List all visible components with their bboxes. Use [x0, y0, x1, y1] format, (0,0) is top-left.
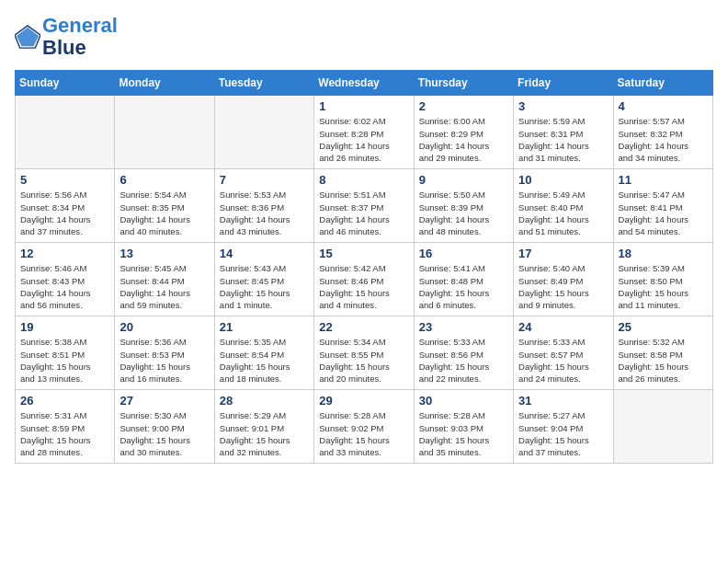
calendar-cell: 9Sunrise: 5:50 AM Sunset: 8:39 PM Daylig… — [414, 169, 513, 243]
day-info: Sunrise: 5:57 AM Sunset: 8:32 PM Dayligh… — [619, 115, 708, 164]
day-number: 19 — [20, 320, 109, 334]
calendar-cell: 8Sunrise: 5:51 AM Sunset: 8:37 PM Daylig… — [314, 169, 414, 243]
day-info: Sunrise: 5:29 AM Sunset: 9:01 PM Dayligh… — [220, 409, 309, 458]
day-number: 8 — [319, 173, 408, 187]
calendar-cell: 13Sunrise: 5:45 AM Sunset: 8:44 PM Dayli… — [115, 243, 214, 316]
calendar-cell — [214, 96, 313, 169]
day-info: Sunrise: 5:40 AM Sunset: 8:49 PM Dayligh… — [518, 262, 608, 311]
day-info: Sunrise: 5:42 AM Sunset: 8:46 PM Dayligh… — [319, 262, 408, 311]
day-info: Sunrise: 5:27 AM Sunset: 9:04 PM Dayligh… — [518, 409, 608, 458]
svg-marker-0 — [17, 28, 39, 47]
calendar-week-4: 19Sunrise: 5:38 AM Sunset: 8:51 PM Dayli… — [16, 316, 713, 390]
calendar-cell: 18Sunrise: 5:39 AM Sunset: 8:50 PM Dayli… — [613, 243, 712, 316]
day-number: 12 — [20, 247, 109, 260]
day-info: Sunrise: 5:47 AM Sunset: 8:41 PM Dayligh… — [619, 189, 708, 237]
day-number: 26 — [20, 394, 109, 408]
day-info: Sunrise: 5:30 AM Sunset: 9:00 PM Dayligh… — [119, 409, 209, 458]
day-info: Sunrise: 5:53 AM Sunset: 8:36 PM Dayligh… — [220, 189, 309, 237]
day-number: 22 — [319, 320, 408, 334]
day-number: 15 — [319, 247, 408, 260]
day-info: Sunrise: 5:54 AM Sunset: 8:35 PM Dayligh… — [119, 189, 209, 237]
day-number: 9 — [419, 173, 508, 187]
calendar-cell: 16Sunrise: 5:41 AM Sunset: 8:48 PM Dayli… — [414, 243, 513, 316]
calendar-cell: 28Sunrise: 5:29 AM Sunset: 9:01 PM Dayli… — [214, 390, 313, 464]
day-info: Sunrise: 5:33 AM Sunset: 8:57 PM Dayligh… — [518, 336, 608, 385]
calendar-cell: 7Sunrise: 5:53 AM Sunset: 8:36 PM Daylig… — [214, 169, 313, 243]
calendar-cell: 19Sunrise: 5:38 AM Sunset: 8:51 PM Dayli… — [16, 316, 115, 390]
day-info: Sunrise: 5:38 AM Sunset: 8:51 PM Dayligh… — [20, 336, 109, 385]
day-number: 27 — [119, 394, 209, 408]
day-info: Sunrise: 5:43 AM Sunset: 8:45 PM Dayligh… — [220, 262, 309, 311]
calendar-cell: 11Sunrise: 5:47 AM Sunset: 8:41 PM Dayli… — [613, 169, 712, 243]
calendar-cell: 23Sunrise: 5:33 AM Sunset: 8:56 PM Dayli… — [414, 316, 513, 390]
calendar-cell: 25Sunrise: 5:32 AM Sunset: 8:58 PM Dayli… — [613, 316, 712, 390]
col-header-thursday: Thursday — [414, 71, 513, 96]
calendar-cell: 22Sunrise: 5:34 AM Sunset: 8:55 PM Dayli… — [314, 316, 414, 390]
page-header: GeneralBlue — [15, 15, 713, 59]
col-header-saturday: Saturday — [613, 71, 712, 96]
day-number: 10 — [518, 173, 608, 187]
calendar-cell: 5Sunrise: 5:56 AM Sunset: 8:34 PM Daylig… — [16, 169, 115, 243]
day-info: Sunrise: 5:56 AM Sunset: 8:34 PM Dayligh… — [20, 189, 109, 237]
day-number: 24 — [518, 320, 608, 334]
calendar-cell: 20Sunrise: 5:36 AM Sunset: 8:53 PM Dayli… — [115, 316, 214, 390]
calendar-cell: 2Sunrise: 6:00 AM Sunset: 8:29 PM Daylig… — [414, 96, 513, 169]
day-info: Sunrise: 5:41 AM Sunset: 8:48 PM Dayligh… — [419, 262, 508, 311]
calendar-cell: 6Sunrise: 5:54 AM Sunset: 8:35 PM Daylig… — [115, 169, 214, 243]
day-info: Sunrise: 5:28 AM Sunset: 9:03 PM Dayligh… — [419, 409, 508, 458]
calendar-cell: 4Sunrise: 5:57 AM Sunset: 8:32 PM Daylig… — [613, 96, 712, 169]
day-info: Sunrise: 5:35 AM Sunset: 8:54 PM Dayligh… — [220, 336, 309, 385]
day-info: Sunrise: 5:49 AM Sunset: 8:40 PM Dayligh… — [518, 189, 608, 237]
calendar-cell — [16, 96, 115, 169]
calendar-cell: 27Sunrise: 5:30 AM Sunset: 9:00 PM Dayli… — [115, 390, 214, 464]
day-info: Sunrise: 5:34 AM Sunset: 8:55 PM Dayligh… — [319, 336, 408, 385]
day-info: Sunrise: 5:31 AM Sunset: 8:59 PM Dayligh… — [20, 409, 109, 458]
day-number: 23 — [419, 320, 508, 334]
day-info: Sunrise: 5:32 AM Sunset: 8:58 PM Dayligh… — [619, 336, 708, 385]
day-number: 20 — [119, 320, 209, 334]
col-header-monday: Monday — [115, 71, 214, 96]
calendar-cell: 31Sunrise: 5:27 AM Sunset: 9:04 PM Dayli… — [514, 390, 613, 464]
day-number: 14 — [220, 247, 309, 260]
day-number: 16 — [419, 247, 508, 260]
day-info: Sunrise: 6:02 AM Sunset: 8:28 PM Dayligh… — [319, 115, 408, 164]
day-number: 28 — [220, 394, 309, 408]
calendar-cell: 14Sunrise: 5:43 AM Sunset: 8:45 PM Dayli… — [214, 243, 313, 316]
day-info: Sunrise: 5:36 AM Sunset: 8:53 PM Dayligh… — [119, 336, 209, 385]
day-info: Sunrise: 5:39 AM Sunset: 8:50 PM Dayligh… — [619, 262, 708, 311]
day-number: 30 — [419, 394, 508, 408]
col-header-sunday: Sunday — [16, 71, 115, 96]
day-number: 1 — [319, 99, 408, 113]
day-number: 13 — [119, 247, 209, 260]
calendar-cell: 30Sunrise: 5:28 AM Sunset: 9:03 PM Dayli… — [414, 390, 513, 464]
day-info: Sunrise: 5:33 AM Sunset: 8:56 PM Dayligh… — [419, 336, 508, 385]
day-info: Sunrise: 5:51 AM Sunset: 8:37 PM Dayligh… — [319, 189, 408, 237]
calendar-week-1: 1Sunrise: 6:02 AM Sunset: 8:28 PM Daylig… — [16, 96, 713, 169]
day-info: Sunrise: 5:50 AM Sunset: 8:39 PM Dayligh… — [419, 189, 508, 237]
calendar-cell — [115, 96, 214, 169]
day-number: 21 — [220, 320, 309, 334]
calendar-cell — [613, 390, 712, 464]
col-header-wednesday: Wednesday — [314, 71, 414, 96]
calendar-cell: 1Sunrise: 6:02 AM Sunset: 8:28 PM Daylig… — [314, 96, 414, 169]
day-number: 25 — [619, 320, 708, 334]
day-number: 17 — [518, 247, 608, 260]
logo-text: GeneralBlue — [42, 15, 118, 59]
day-number: 2 — [419, 99, 508, 113]
logo-icon — [15, 24, 40, 50]
calendar-week-3: 12Sunrise: 5:46 AM Sunset: 8:43 PM Dayli… — [16, 243, 713, 316]
day-number: 3 — [518, 99, 608, 113]
day-info: Sunrise: 5:46 AM Sunset: 8:43 PM Dayligh… — [20, 262, 109, 311]
calendar-cell: 29Sunrise: 5:28 AM Sunset: 9:02 PM Dayli… — [314, 390, 414, 464]
calendar-cell: 26Sunrise: 5:31 AM Sunset: 8:59 PM Dayli… — [16, 390, 115, 464]
day-number: 6 — [119, 173, 209, 187]
logo: GeneralBlue — [15, 15, 118, 59]
day-number: 31 — [518, 394, 608, 408]
day-number: 18 — [619, 247, 708, 260]
day-number: 29 — [319, 394, 408, 408]
col-header-friday: Friday — [514, 71, 613, 96]
calendar-cell: 24Sunrise: 5:33 AM Sunset: 8:57 PM Dayli… — [514, 316, 613, 390]
calendar-cell: 3Sunrise: 5:59 AM Sunset: 8:31 PM Daylig… — [514, 96, 613, 169]
calendar-week-2: 5Sunrise: 5:56 AM Sunset: 8:34 PM Daylig… — [16, 169, 713, 243]
col-header-tuesday: Tuesday — [214, 71, 313, 96]
